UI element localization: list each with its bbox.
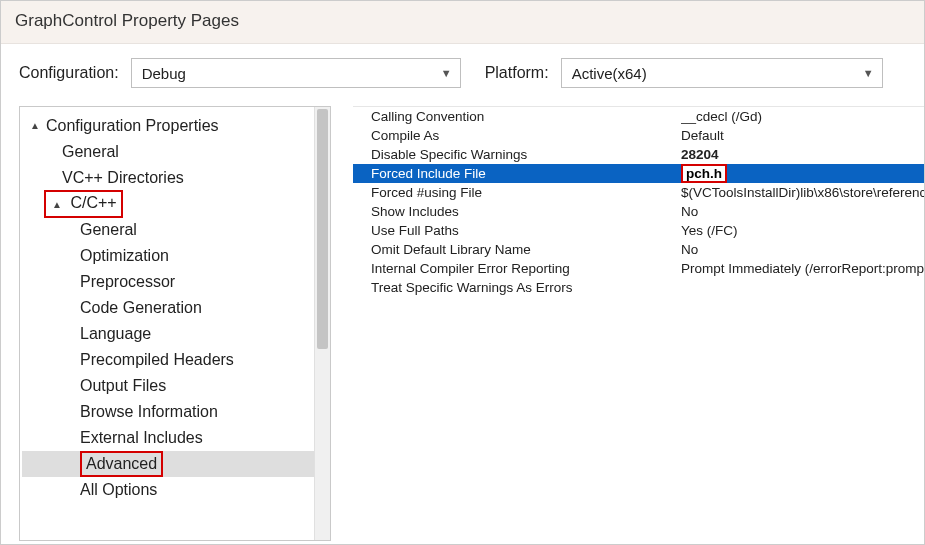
grid-row[interactable]: Show IncludesNo: [353, 202, 924, 221]
property-grid-panel: Calling Convention__cdecl (/Gd)Compile A…: [331, 106, 924, 541]
tree-label: Configuration Properties: [46, 118, 219, 134]
grid-property-name: Show Includes: [353, 204, 681, 219]
configuration-label: Configuration:: [19, 64, 119, 82]
grid-row[interactable]: Treat Specific Warnings As Errors: [353, 278, 924, 297]
tree-item-ccpp[interactable]: ▲ C/C++: [22, 191, 330, 217]
tree-label: Advanced: [80, 451, 163, 477]
grid-row[interactable]: Internal Compiler Error ReportingPrompt …: [353, 259, 924, 278]
tree-label: General: [80, 222, 137, 238]
grid-row[interactable]: Compile AsDefault: [353, 126, 924, 145]
tree-item-output-files[interactable]: Output Files: [22, 373, 330, 399]
grid-property-name: Internal Compiler Error Reporting: [353, 261, 681, 276]
content-area: ▲ Configuration Properties General VC++ …: [1, 106, 924, 541]
tree-item-external-includes[interactable]: External Includes: [22, 425, 330, 451]
configuration-value: Debug: [142, 65, 186, 82]
tree-label: General: [62, 144, 119, 160]
grid-property-value[interactable]: 28204: [681, 147, 924, 162]
tree-label: Language: [80, 326, 151, 342]
tree-label: Optimization: [80, 248, 169, 264]
tree-scrollbar[interactable]: [314, 107, 330, 540]
grid-property-name: Calling Convention: [353, 109, 681, 124]
chevron-down-icon: ▼: [863, 67, 874, 79]
scrollbar-thumb[interactable]: [317, 109, 328, 349]
grid-property-name: Omit Default Library Name: [353, 242, 681, 257]
grid-property-value[interactable]: pch.h: [681, 164, 924, 183]
expand-icon[interactable]: ▲: [28, 121, 42, 131]
grid-property-name: Use Full Paths: [353, 223, 681, 238]
tree-item-general[interactable]: General: [22, 139, 330, 165]
grid-row[interactable]: Use Full PathsYes (/FC): [353, 221, 924, 240]
grid-row[interactable]: Forced Include Filepch.h: [353, 164, 924, 183]
tree-item-preprocessor[interactable]: Preprocessor: [22, 269, 330, 295]
tree-item-config-properties[interactable]: ▲ Configuration Properties: [22, 113, 330, 139]
tree-item-ccpp-general[interactable]: General: [22, 217, 330, 243]
toolbar: Configuration: Debug ▼ Platform: Active(…: [1, 44, 924, 106]
property-grid: Calling Convention__cdecl (/Gd)Compile A…: [353, 106, 924, 297]
grid-property-value[interactable]: No: [681, 242, 924, 257]
grid-property-value[interactable]: Yes (/FC): [681, 223, 924, 238]
tree-panel: ▲ Configuration Properties General VC++ …: [19, 106, 331, 541]
tree-item-precompiled-headers[interactable]: Precompiled Headers: [22, 347, 330, 373]
tree-label: Output Files: [80, 378, 166, 394]
grid-property-value[interactable]: __cdecl (/Gd): [681, 109, 924, 124]
grid-property-value[interactable]: Default: [681, 128, 924, 143]
tree-item-vc-directories[interactable]: VC++ Directories: [22, 165, 330, 191]
tree-item-optimization[interactable]: Optimization: [22, 243, 330, 269]
tree-label: Preprocessor: [80, 274, 175, 290]
tree-item-all-options[interactable]: All Options: [22, 477, 330, 503]
tree-label: C/C++: [70, 194, 116, 211]
tree-label: Code Generation: [80, 300, 202, 316]
grid-row[interactable]: Disable Specific Warnings28204: [353, 145, 924, 164]
tree-label: Precompiled Headers: [80, 352, 234, 368]
tree-item-code-generation[interactable]: Code Generation: [22, 295, 330, 321]
platform-label: Platform:: [485, 64, 549, 82]
tree-item-language[interactable]: Language: [22, 321, 330, 347]
grid-property-value[interactable]: Prompt Immediately (/errorReport:prompt): [681, 261, 924, 276]
grid-property-name: Treat Specific Warnings As Errors: [353, 280, 681, 295]
grid-property-value[interactable]: No: [681, 204, 924, 219]
tree-item-advanced[interactable]: Advanced: [22, 451, 330, 477]
tree-item-browse-information[interactable]: Browse Information: [22, 399, 330, 425]
configuration-combo[interactable]: Debug ▼: [131, 58, 461, 88]
grid-property-value[interactable]: $(VCToolsInstallDir)lib\x86\store\refere…: [681, 185, 924, 200]
grid-property-name: Forced Include File: [353, 166, 681, 181]
chevron-down-icon: ▼: [441, 67, 452, 79]
platform-value: Active(x64): [572, 65, 647, 82]
grid-property-name: Disable Specific Warnings: [353, 147, 681, 162]
expand-icon[interactable]: ▲: [50, 194, 64, 216]
property-tree: ▲ Configuration Properties General VC++ …: [20, 107, 330, 509]
tree-label: Browse Information: [80, 404, 218, 420]
grid-property-name: Compile As: [353, 128, 681, 143]
grid-row[interactable]: Forced #using File$(VCToolsInstallDir)li…: [353, 183, 924, 202]
grid-row[interactable]: Omit Default Library NameNo: [353, 240, 924, 259]
tree-label: VC++ Directories: [62, 170, 184, 186]
grid-property-name: Forced #using File: [353, 185, 681, 200]
grid-row[interactable]: Calling Convention__cdecl (/Gd): [353, 107, 924, 126]
platform-combo[interactable]: Active(x64) ▼: [561, 58, 883, 88]
tree-label: External Includes: [80, 430, 203, 446]
tree-label: All Options: [80, 482, 157, 498]
window-title: GraphControl Property Pages: [1, 1, 924, 44]
